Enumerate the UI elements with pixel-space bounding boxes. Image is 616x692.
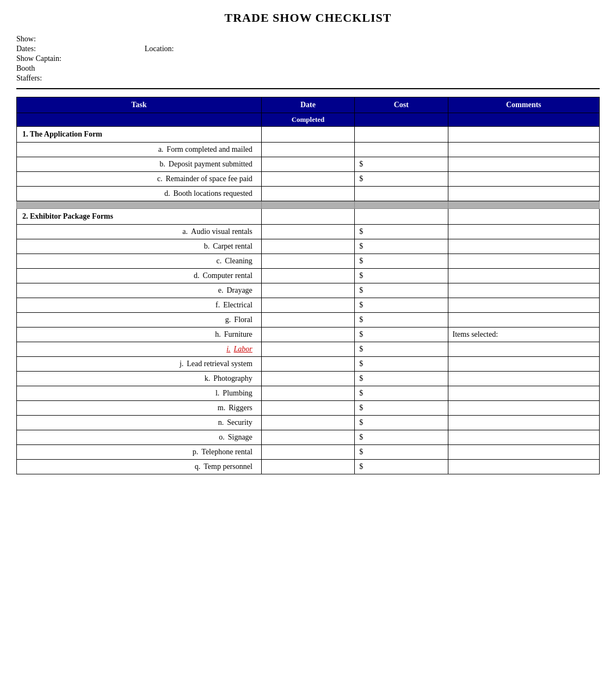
table-row: m.Riggers$ [17,401,600,416]
gray-separator-row [17,201,600,209]
date-cell [261,342,354,357]
item-text: Photography [213,374,252,383]
item-letter: i. [219,345,234,354]
task-cell: b.Carpet rental [17,239,262,254]
table-row: g.Floral$ [17,313,600,328]
date-cell [261,460,354,474]
item-text: Telephone rental [201,448,252,456]
cost-cell: $ [355,225,448,239]
item-letter: p. [186,448,201,456]
cost-cell: $ [355,342,448,357]
comments-cell [448,225,599,239]
item-letter: o. [213,433,228,442]
item-letter: a. [151,145,167,154]
section-title: 1. The Application Form [17,127,262,143]
item-text: Drayage [226,286,252,295]
comments-cell [448,283,599,298]
item-text: Lead retrieval system [187,360,252,368]
item-text: Riggers [229,404,252,412]
table-row: b.Carpet rental$ [17,239,600,254]
task-cell: h.Furniture [17,328,262,342]
comments-cell [448,172,599,187]
date-cell [261,298,354,313]
table-row: j.Lead retrieval system$ [17,357,600,372]
task-cell: b.Deposit payment submitted [17,157,262,172]
comments-cell [448,430,599,445]
cost-cell: $ [355,328,448,342]
col-task-empty [17,113,262,127]
item-letter: d. [187,271,202,280]
item-text: Labor [234,345,252,354]
task-cell: l.Plumbing [17,386,262,401]
task-cell: d.Booth locations requested [17,187,262,201]
table-row: h.Furniture$Items selected: [17,328,600,342]
cost-cell: $ [355,401,448,416]
comments-cell [448,401,599,416]
task-cell: p.Telephone rental [17,445,262,460]
date-cell [261,430,354,445]
cost-cell: $ [355,298,448,313]
item-letter: l. [207,389,223,398]
cost-cell: $ [355,172,448,187]
comments-cell: Items selected: [448,328,599,342]
table-row: i.Labor$ [17,342,600,357]
date-cell [261,254,354,269]
section-title: 2. Exhibitor Package Forms [17,209,262,225]
date-cell [261,416,354,430]
comments-cell [448,357,599,372]
item-letter: j. [171,360,187,368]
task-cell: g.Floral [17,313,262,328]
item-text: Form completed and mailed [167,145,252,154]
cost-cell: $ [355,372,448,386]
item-letter: b. [198,242,213,251]
col-task: Task [17,97,262,113]
item-text: Temp personnel [204,462,252,471]
section-divider [16,88,600,89]
item-text: Furniture [224,330,252,339]
col-completed: Completed [261,113,354,127]
task-cell: q.Temp personnel [17,460,262,474]
item-text: Booth locations requested [173,189,252,198]
item-text: Remainder of space fee paid [165,175,252,183]
comments-cell [448,460,599,474]
task-cell: j.Lead retrieval system [17,357,262,372]
page-title: TRADE SHOW CHECKLIST [16,11,600,25]
cost-cell: $ [355,239,448,254]
task-cell: a.Audio visual rentals [17,225,262,239]
item-letter: k. [198,374,213,383]
date-cell [261,157,354,172]
comments-cell [448,254,599,269]
date-cell [261,239,354,254]
table-row: a.Form completed and mailed [17,143,600,157]
table-row: d.Computer rental$ [17,269,600,283]
comments-cell [448,342,599,357]
table-row: d.Booth locations requested [17,187,600,201]
show-label: Show: [16,35,36,44]
location-label: Location: [145,45,174,53]
cost-cell [355,187,448,201]
task-cell: d.Computer rental [17,269,262,283]
task-cell: c.Remainder of space fee paid [17,172,262,187]
table-row: l.Plumbing$ [17,386,600,401]
item-letter: a. [176,227,191,236]
task-cell: o.Signage [17,430,262,445]
comments-cell [448,313,599,328]
col-cost: Cost [355,97,448,113]
task-cell: a.Form completed and mailed [17,143,262,157]
item-letter: m. [213,404,229,412]
table-header-row2: Completed [17,113,600,127]
item-letter: d. [158,189,173,198]
date-cell [261,187,354,201]
checklist-table: Task Date Cost Comments Completed 1. The… [16,97,600,474]
comments-cell [448,298,599,313]
cost-cell [355,143,448,157]
date-cell [261,143,354,157]
item-letter: c. [150,175,165,183]
cost-cell: $ [355,157,448,172]
item-text: Deposit payment submitted [169,160,252,169]
item-letter: e. [211,286,226,295]
item-letter: h. [209,330,224,339]
table-row: c.Cleaning$ [17,254,600,269]
cost-cell: $ [355,416,448,430]
section-header-row: 1. The Application Form [17,127,600,143]
